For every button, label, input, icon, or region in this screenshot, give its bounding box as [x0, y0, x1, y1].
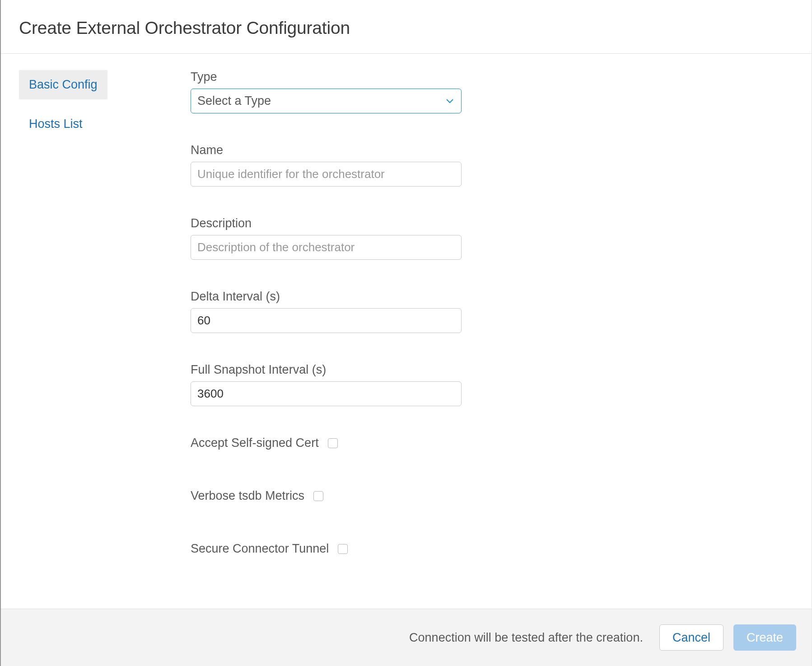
form-group-secure-tunnel: Secure Connector Tunnel [191, 542, 703, 556]
dialog-footer: Connection will be tested after the crea… [1, 609, 812, 666]
form-group-name: Name [191, 143, 703, 187]
form-group-accept-self-signed: Accept Self-signed Cert [191, 436, 703, 450]
delta-interval-input[interactable] [191, 308, 462, 333]
sidebar-item-label: Basic Config [29, 78, 98, 91]
form-group-type: Type Select a Type [191, 70, 703, 113]
verbose-tsdb-checkbox[interactable] [313, 491, 323, 501]
create-button[interactable]: Create [733, 624, 796, 651]
type-select[interactable]: Select a Type [191, 89, 462, 113]
type-select-value: Select a Type [197, 94, 271, 108]
accept-self-signed-label: Accept Self-signed Cert [191, 436, 319, 450]
create-orchestrator-dialog: Create External Orchestrator Configurati… [0, 0, 812, 666]
delta-interval-label: Delta Interval (s) [191, 290, 703, 304]
full-snapshot-interval-label: Full Snapshot Interval (s) [191, 363, 703, 377]
form-group-full-snapshot-interval: Full Snapshot Interval (s) [191, 363, 703, 406]
type-select-wrap: Select a Type [191, 89, 462, 113]
footer-note: Connection will be tested after the crea… [409, 631, 643, 645]
dialog-body: Basic Config Hosts List Type Select a Ty… [1, 54, 812, 609]
dialog-header: Create External Orchestrator Configurati… [1, 0, 812, 54]
name-input[interactable] [191, 162, 462, 187]
type-label: Type [191, 70, 703, 84]
form-group-verbose-tsdb: Verbose tsdb Metrics [191, 489, 703, 503]
cancel-button[interactable]: Cancel [659, 624, 723, 651]
name-label: Name [191, 143, 703, 157]
description-input[interactable] [191, 235, 462, 260]
dialog-title: Create External Orchestrator Configurati… [19, 18, 793, 38]
form-area: Type Select a Type Name Description [191, 70, 793, 609]
description-label: Description [191, 216, 703, 230]
accept-self-signed-checkbox[interactable] [328, 438, 338, 448]
sidebar-item-hosts-list[interactable]: Hosts List [19, 109, 93, 139]
secure-tunnel-label: Secure Connector Tunnel [191, 542, 329, 556]
verbose-tsdb-label: Verbose tsdb Metrics [191, 489, 304, 503]
secure-tunnel-checkbox[interactable] [338, 544, 348, 554]
sidebar-item-basic-config[interactable]: Basic Config [19, 70, 107, 99]
sidebar-item-label: Hosts List [29, 117, 83, 131]
form-group-delta-interval: Delta Interval (s) [191, 290, 703, 333]
sidebar: Basic Config Hosts List [19, 70, 191, 609]
form-group-description: Description [191, 216, 703, 260]
full-snapshot-interval-input[interactable] [191, 381, 462, 406]
